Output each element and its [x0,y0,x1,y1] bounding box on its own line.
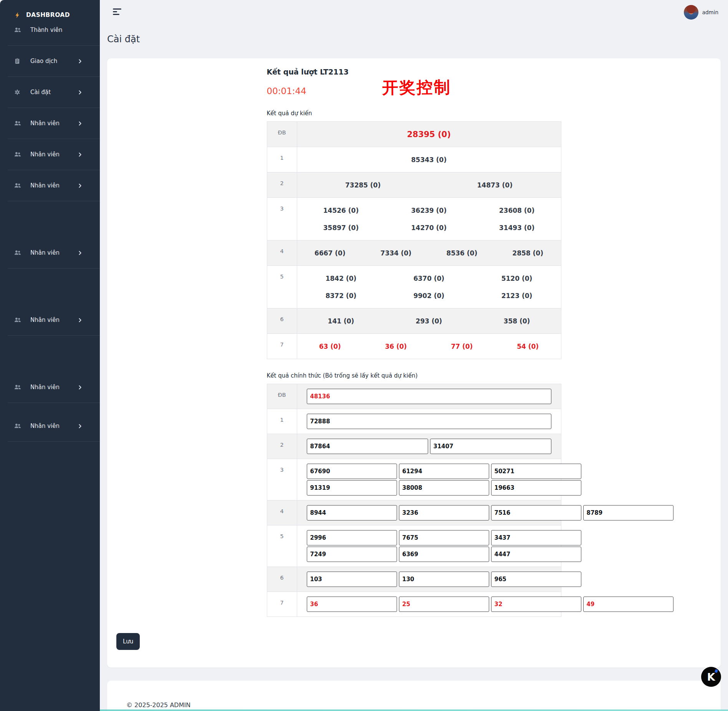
official-result-input-7[interactable] [307,597,397,612]
sidebar-nav: Thành viên Giao dịch Cài đặt Nhân viên [0,22,100,442]
row-label: 7 [267,334,297,359]
divider [8,201,100,201]
table-row-4: 4 [267,500,561,525]
expected-result-value: 85343 (0) [297,156,561,164]
official-result-input-5[interactable] [399,530,489,545]
users-icon [14,120,21,127]
official-result-input-1[interactable] [307,414,551,429]
official-result-input-7[interactable] [583,597,673,612]
divider [8,45,100,46]
official-result-input-5[interactable] [399,547,489,562]
table-row-6: 6 [267,567,561,592]
official-result-input-3[interactable] [491,464,581,479]
official-result-input-ĐB[interactable] [307,389,551,404]
sidebar-item-nhân-viên-7[interactable]: Nhân viên [0,312,100,328]
results-form: Kết quả lượt LT2113 00:01:44 开奖控制 Kết qu… [267,68,561,617]
row-label: 2 [267,172,297,197]
brand: DASHBROAD [0,0,100,22]
official-result-input-2[interactable] [430,439,551,454]
sidebar-item-nhân-viên-9[interactable]: Nhân viên [0,418,100,434]
official-result-input-7[interactable] [491,597,581,612]
official-result-input-2[interactable] [307,439,428,454]
official-results-table: ĐB1234567 [267,384,561,617]
expected-result-value: 1842 (0) [297,275,385,282]
row-label: 4 [267,240,297,265]
copyright-text: © 2025-2025 ADMIN [126,701,190,709]
table-row-7: 763 (0)36 (0)77 (0)54 (0) [267,333,561,359]
divider [8,76,100,77]
official-result-input-4[interactable] [491,505,581,520]
official-result-input-6[interactable] [399,572,489,587]
sidebar-item-thành-viên-0[interactable]: Thành viên [0,22,100,38]
official-result-input-3[interactable] [307,464,397,479]
chevron-right-icon [78,183,83,188]
official-result-input-6[interactable] [491,572,581,587]
official-result-input-4[interactable] [307,505,397,520]
chevron-right-icon [78,385,83,390]
chevron-right-icon [78,152,83,157]
menu-toggle-icon[interactable] [111,7,123,18]
expected-result-value: 8372 (0) [297,292,385,300]
user-menu[interactable]: admin [684,5,718,20]
official-result-input-5[interactable] [307,530,397,545]
row-label: ĐB [267,384,297,409]
official-result-input-5[interactable] [491,547,581,562]
k-logo-letter: K [707,671,715,683]
expected-result-value: 28395 (0) [297,130,561,139]
users-icon [14,27,21,33]
sidebar-item-nhân-viên-6[interactable]: Nhân viên [0,244,100,261]
table-row-3: 314526 (0)36239 (0)23608 (0)35897 (0)142… [267,197,561,240]
expected-result-value: 54 (0) [495,343,561,350]
table-row-5: 51842 (0)6370 (0)5120 (0)8372 (0)9902 (0… [267,265,561,308]
users-icon [14,317,21,323]
gear-icon [14,89,21,95]
save-button[interactable]: Lưu [116,633,140,650]
divider [8,441,100,442]
users-icon [14,249,21,256]
sidebar-item-nhân-viên-3[interactable]: Nhân viên [0,115,100,132]
expected-result-value: 23608 (0) [473,207,561,214]
chevron-right-icon [78,318,83,323]
table-row-6: 6141 (0)293 (0)358 (0) [267,308,561,333]
official-result-input-3[interactable] [399,480,489,496]
users-icon [14,182,21,189]
table-row-2: 273285 (0)14873 (0) [267,172,561,197]
chevron-right-icon [78,424,83,429]
official-results-label: Kết quả chính thức (Bỏ trống sẽ lấy kết … [267,372,561,379]
official-result-input-3[interactable] [491,480,581,496]
expected-result-value: 36239 (0) [385,207,473,214]
lightning-bolt-icon [14,12,21,18]
sidebar-item-giao-dịch-1[interactable]: Giao dịch [0,53,100,70]
sidebar-item-nhân-viên-8[interactable]: Nhân viên [0,379,100,396]
official-result-input-4[interactable] [583,505,673,520]
divider [8,268,100,268]
table-row-ĐB: ĐB [267,384,561,409]
row-label: ĐB [267,122,297,147]
sidebar-item-cài-đặt-2[interactable]: Cài đặt [0,84,100,101]
divider [8,335,100,336]
brand-label: DASHBROAD [26,12,70,18]
chevron-right-icon [78,250,83,255]
official-result-input-6[interactable] [307,572,397,587]
official-result-input-5[interactable] [491,530,581,545]
expected-result-value: 6370 (0) [385,275,473,282]
official-result-input-7[interactable] [399,597,489,612]
expected-result-value: 14873 (0) [429,181,561,189]
footer-card: © 2025-2025 ADMIN [107,681,721,711]
official-result-input-3[interactable] [399,464,489,479]
official-result-input-4[interactable] [399,505,489,520]
results-card: Kết quả lượt LT2113 00:01:44 开奖控制 Kết qu… [107,58,721,668]
expected-result-value: 358 (0) [473,317,561,325]
sidebar-item-nhân-viên-4[interactable]: Nhân viên [0,146,100,163]
row-label: 5 [267,266,297,308]
expected-result-value: 63 (0) [297,343,363,350]
expected-result-value: 14526 (0) [297,207,385,214]
k-logo-badge[interactable]: K [701,667,721,687]
username-label: admin [702,9,718,15]
sidebar-item-nhân-viên-5[interactable]: Nhân viên [0,177,100,194]
expected-result-value: 35897 (0) [297,224,385,232]
table-row-2: 2 [267,434,561,459]
official-result-input-5[interactable] [307,547,397,562]
row-label: 6 [267,308,297,333]
official-result-input-3[interactable] [307,480,397,496]
